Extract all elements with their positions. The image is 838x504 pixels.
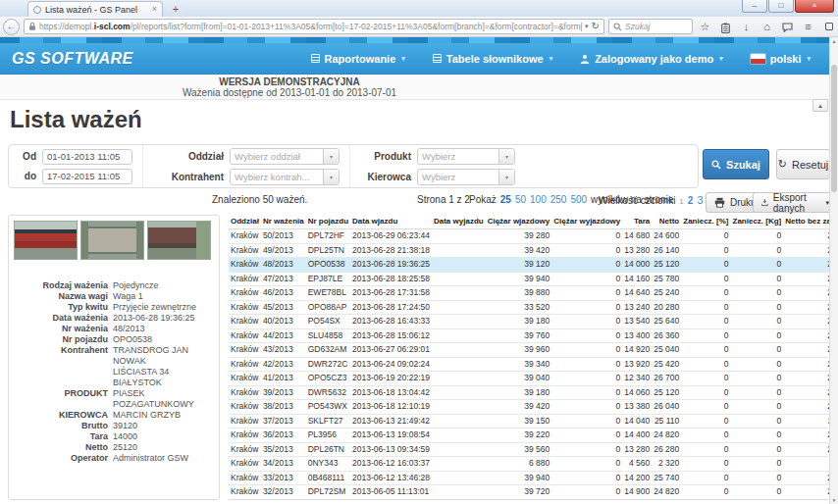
table-row[interactable]: Kraków41/2013OPO5CZ32013-06-19 20:22:193… (229, 372, 829, 386)
date-from-input[interactable] (42, 149, 132, 165)
truck-front-photo[interactable] (14, 221, 78, 260)
page-size-25[interactable]: 25 (500, 194, 511, 205)
table-cell: 2013-06-13 19:08:54 (350, 428, 432, 443)
sidebar-toggle-icon[interactable] (820, 18, 837, 35)
table-row[interactable]: Kraków46/2013EWE78BL2013-06-28 17:31:583… (229, 286, 829, 301)
table-row[interactable]: Kraków32/2013DPL72SM2013-06-05 11:13:013… (229, 485, 829, 500)
table-row[interactable]: Kraków47/2013EPJ87LE2013-06-28 18:25:583… (229, 272, 829, 286)
column-header[interactable]: Ciężar wyjazdowy (551, 215, 622, 229)
nav-item-tabele-slownikowe[interactable]: Tabele słownikowe ▾ (433, 53, 552, 65)
table-cell: 0 (681, 315, 730, 329)
table-cell: DWR272C (306, 357, 350, 372)
page-size-50[interactable]: 50 (515, 194, 526, 205)
detail-row: KIEROWCAMARCIN GRZYB (14, 410, 214, 421)
table-cell: 13 380 (622, 400, 652, 415)
browser-tab[interactable]: Lista ważeń - GS Panel × (27, 1, 163, 17)
window-close-button[interactable]: × (795, 0, 834, 13)
table-row[interactable]: Kraków45/2013OPO88AP2013-06-28 17:24:503… (229, 300, 829, 315)
table-row[interactable]: Kraków42/2013DWR272C2013-06-24 09:02:243… (229, 357, 829, 372)
menu-hamburger-icon[interactable]: ≡ (800, 18, 816, 35)
tab-close-icon[interactable]: × (152, 5, 157, 14)
table-row[interactable]: Kraków35/2013DPL26TN2013-06-13 09:34:593… (229, 442, 829, 457)
column-header[interactable]: Tara (622, 215, 652, 229)
contractor-select[interactable]: Wybierz kontrah... ▾ (230, 169, 340, 185)
collapse-banner-button[interactable]: ▴ (812, 99, 828, 112)
table-cell (432, 243, 486, 258)
font-size-3[interactable]: 3 (697, 194, 703, 206)
branch-select[interactable]: Wybierz oddział ▾ (230, 148, 340, 165)
font-size-1[interactable]: 1 (679, 197, 683, 206)
column-header[interactable]: Netto bez zaniecz. (783, 215, 829, 229)
column-header[interactable]: Netto (652, 215, 681, 229)
nav-item-logged-user[interactable]: Zalogowany jako demo ▾ (580, 53, 723, 65)
page-size-500[interactable]: 500 (570, 194, 587, 205)
table-cell: 0 (551, 414, 622, 428)
browser-search-box[interactable]: Szukaj (608, 19, 693, 34)
column-header[interactable]: Ciężar wjazdowy (486, 215, 552, 229)
url-dropdown-icon[interactable]: ▾ (585, 23, 589, 30)
table-row[interactable]: Kraków33/20130B4681112013-06-12 13:46:28… (229, 471, 829, 485)
back-button[interactable]: ← (3, 19, 20, 35)
table-cell: 14 400 (622, 428, 652, 443)
column-header[interactable]: Zaniecz. [%] (681, 215, 730, 229)
window-maximize-button[interactable]: □ (768, 0, 794, 13)
column-header[interactable]: Data wyjazdu (432, 215, 486, 229)
clipboard-icon[interactable] (717, 18, 734, 35)
truck-rear-photo[interactable] (147, 221, 211, 260)
table-row[interactable]: Kraków49/2013DPL25TN2013-06-28 21:38:183… (229, 243, 829, 258)
table-cell (432, 372, 486, 386)
export-data-button[interactable]: Eksport danych ▾ (753, 192, 838, 213)
reset-button[interactable]: ↻ Resetuj (776, 149, 830, 179)
page-size-250[interactable]: 250 (550, 194, 567, 205)
column-header[interactable]: Oddział (229, 215, 261, 229)
column-header[interactable]: Nr pojazdu (306, 215, 350, 229)
trailer-top-photo[interactable] (80, 221, 144, 260)
vertical-scrollbar[interactable]: ▲ ▼ (829, 37, 838, 504)
scrollbar-thumb[interactable] (831, 65, 837, 192)
column-header[interactable]: Zaniecz. [Kg] (731, 215, 784, 229)
scrollbar-up-icon[interactable]: ▲ (830, 38, 838, 44)
table-row[interactable]: Kraków48/2013OPO05382013-06-28 19:36:253… (229, 258, 829, 273)
table-row[interactable]: Kraków37/2013SKLFT272013-06-13 21:49:423… (229, 414, 829, 428)
window-minimize-button[interactable]: – (742, 0, 767, 13)
font-size-2[interactable]: 2 (688, 195, 694, 206)
driver-select[interactable]: Wybierz ▾ (417, 169, 515, 185)
chat-bubble-icon[interactable] (779, 18, 796, 35)
column-header[interactable]: Data wjazdu (350, 215, 432, 229)
table-cell: 0 (731, 372, 784, 386)
table-row[interactable]: Kraków43/2013GD632AM2013-06-27 06:29:013… (229, 343, 829, 358)
bookmark-star-icon[interactable]: ☆ (697, 18, 713, 35)
table-cell: 25 120 (783, 258, 829, 273)
table-row[interactable]: Kraków40/2013PO54SX2013-06-28 16:43:3339… (229, 315, 829, 329)
url-bar[interactable]: https://demopl.i-scl.com/pl/reports/list… (24, 19, 604, 34)
table-cell: 33 520 (486, 300, 552, 315)
table-cell: 26 360 (652, 328, 681, 343)
home-icon[interactable]: ⌂ (759, 18, 775, 35)
product-select[interactable]: Wybierz ▾ (417, 148, 515, 165)
page-size-100[interactable]: 100 (530, 194, 547, 205)
table-row[interactable]: Kraków34/20130NY3432013-06-12 16:03:376 … (229, 457, 829, 472)
gs-software-logo[interactable]: GS SOFTWARE (12, 50, 133, 68)
table-cell: 14 000 (622, 258, 652, 273)
new-tab-button[interactable]: + (167, 3, 184, 16)
table-row[interactable]: Kraków50/2013DPL72HF2013-06-29 06:23:443… (229, 229, 829, 244)
nav-item-raportowanie[interactable]: Raportowanie ▾ (311, 53, 405, 65)
reload-icon[interactable]: ↻ (592, 22, 600, 31)
table-cell: 6 880 (486, 457, 552, 472)
column-header[interactable]: Nr ważenia (261, 215, 306, 229)
nav-item-language[interactable]: polski ▾ (751, 53, 811, 65)
table-cell (432, 229, 486, 244)
downloads-icon[interactable]: ↓ (738, 18, 755, 35)
date-to-input[interactable] (42, 169, 132, 184)
table-row[interactable]: Kraków39/2013DWR56322013-06-18 13:04:423… (229, 385, 829, 400)
table-row[interactable]: Kraków44/2013SLU48582013-06-28 15:06:123… (229, 328, 829, 343)
table-cell: 2013-06-28 19:36:25 (350, 258, 432, 273)
table-cell: 0 (681, 385, 730, 400)
table-row[interactable]: Kraków36/2013PL39562013-06-13 19:08:5439… (229, 428, 829, 443)
scrollbar-down-icon[interactable]: ▼ (830, 497, 838, 503)
table-cell: 0 (731, 414, 784, 428)
table-row[interactable]: Kraków38/2013PO543WX2013-06-18 12:10:193… (229, 400, 829, 415)
search-button[interactable]: Szukaj (703, 149, 769, 179)
table-cell: OPO5CZ3 (306, 372, 350, 386)
product-label: Produkt (360, 151, 411, 162)
